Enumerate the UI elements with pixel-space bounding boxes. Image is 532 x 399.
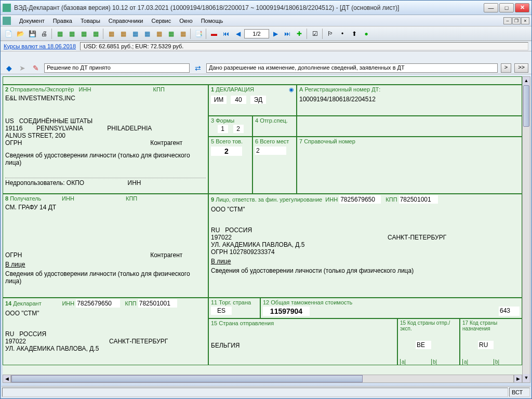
save-icon[interactable]: 💾 [26,28,38,39]
field-5-total-goods: 5 Всего тов. 2 [208,137,252,194]
f14-kpp[interactable]: 782501001 [138,299,177,308]
grid7-icon[interactable]: ▦ [177,28,189,39]
upload-icon[interactable]: ⬆ [349,28,360,39]
add-icon[interactable]: ✚ [294,28,305,39]
f12-val2[interactable]: 643 [499,307,520,316]
scroll-thumb[interactable] [523,85,529,127]
nav-pen-icon[interactable]: ✎ [31,63,41,73]
f2-name: E&L INVESTMENTS,INC [5,95,206,102]
nav-diamond-icon[interactable]: ◆ [4,63,14,73]
prev-icon[interactable]: ◀ [232,28,244,39]
field-9-finresp: 9 Лицо, ответств. за фин. урегулирование… [208,194,522,298]
menu-service[interactable]: Сервис [147,17,175,25]
f9-inn[interactable]: 7825679650 [339,195,381,204]
nav-arrow-icon[interactable]: ➤ [17,63,28,73]
navbar: ◆ ➤ ✎ Решение по ДТ принято ⇄ Дано разре… [1,62,531,74]
minimize-button[interactable]: — [484,3,498,12]
field-3-forms: 3 Формы 1 2 [208,116,252,137]
field-1-declaration: 1 ДЕКЛАРАЦИЯ ◉ ИМ 40 ЭД [208,85,297,116]
f1-v2[interactable]: 40 [231,96,246,104]
status-vst: ВСТ [509,388,530,397]
field-14-declarant: 14 Декларант ИНН 7825679650 КПП 78250100… [3,298,208,365]
field-a-regnum: А Регистрационный номер ДТ: 10009194/180… [297,85,522,116]
field-7-refnum: 7 Справочный номер [297,137,522,194]
f9-kpp[interactable]: 782501001 [399,195,438,204]
grid3-icon[interactable]: ▦ [129,28,141,39]
window-title: ВЭД-Декларант (базовая версия) 10.12 от … [14,4,484,11]
f2-title: 2 Отправитель/Экспортёр [5,86,74,92]
titlebar: ВЭД-Декларант (базовая версия) 10.12 от … [1,1,531,15]
last-icon[interactable]: ⏭ [282,28,293,39]
f15-val[interactable]: БЕЛЬГИЯ [211,342,395,349]
print-icon[interactable]: 🖨 [38,28,50,39]
mdi-close[interactable]: × [521,17,529,24]
globe-icon[interactable]: ● [361,28,372,39]
f12-val[interactable]: 11597904 [263,307,310,316]
horizontal-scrollbar[interactable]: ◀ ▶ [3,375,522,383]
flag-icon[interactable]: 🏳 [325,28,336,39]
menubar: Документ Правка Товары Справочники Серви… [1,15,531,26]
grid2-icon[interactable]: ▦ [117,28,129,39]
f11-val[interactable]: ES [211,307,232,315]
status-box-2[interactable]: Дано разрешение на изменение, дополнение… [206,63,498,73]
f6-val[interactable]: 2 [255,147,286,155]
menu-help[interactable]: Помощь [197,17,228,25]
field-15-dispatch-country: 15 Страна отправления БЕЛЬГИЯ [208,318,397,365]
field-4-spec: 4 Отгр.спец. [252,116,297,137]
dot-icon[interactable]: • [337,28,348,39]
delete-icon[interactable]: ▬ [208,28,220,39]
grid1-icon[interactable]: ▦ [105,28,117,39]
menu-goods[interactable]: Товары [76,17,104,25]
next-icon[interactable]: ▶ [270,28,281,39]
doc-icon [3,17,11,25]
rates-link[interactable]: Курсы валют на 18.06.2018 [4,43,76,49]
field-12-customs-value: 12 Общая таможенная стоимость 11597904 6… [260,298,522,318]
app-icon [3,4,11,12]
f17c-val[interactable]: RU [478,341,494,349]
f9-vlice-link[interactable]: В лице [211,258,520,265]
export-icon[interactable]: 📑 [193,28,204,39]
grid5-icon[interactable]: ▦ [153,28,165,39]
nav-swap-icon[interactable]: ⇄ [193,63,203,73]
f15c-val[interactable]: BE [416,341,431,349]
nav-last-button[interactable]: >> [514,63,528,73]
f8-vlice-link[interactable]: В лице [5,261,206,268]
f3-v1[interactable]: 1 [218,125,228,133]
new-icon[interactable]: 📄 [3,28,14,39]
grid6-icon[interactable]: ▦ [165,28,177,39]
field-a-blank [297,116,522,137]
page-input[interactable] [244,29,269,38]
f1-v3[interactable]: ЭД [250,96,266,104]
f14-inn[interactable]: 7825679650 [76,299,120,308]
f3-v2[interactable]: 2 [233,125,244,133]
sheet3-icon[interactable]: ▦ [78,28,89,39]
menu-document[interactable]: Документ [15,17,49,25]
declaration-form: 2 Отправитель/Экспортёр ИНН КПП E&L INVE… [3,76,522,383]
menu-window[interactable]: Окно [175,17,197,25]
sheet4-icon[interactable]: ▦ [90,28,101,39]
hscroll-thumb[interactable] [11,375,363,382]
mdi-restore[interactable]: ❐ [512,17,521,24]
sheet2-icon[interactable]: ▦ [66,28,77,39]
check-icon[interactable]: ☑ [309,28,321,39]
f8-name: СМ. ГРАФУ 14 ДТ [5,204,206,211]
f1-v1[interactable]: ИМ [211,96,227,104]
f5-val[interactable]: 2 [211,147,242,156]
open-icon[interactable]: 📂 [15,28,26,39]
first-icon[interactable]: ⏮ [220,28,232,39]
maximize-button[interactable]: □ [499,3,514,12]
nav-next-button[interactable]: > [501,63,511,73]
menu-edit[interactable]: Правка [49,17,76,25]
scroll-right-icon[interactable]: ▶ [514,375,522,383]
mdi-minimize[interactable]: – [503,17,512,24]
scroll-down-icon[interactable]: ▼ [523,374,530,382]
status-box-1[interactable]: Решение по ДТ принято [44,63,190,73]
grid4-icon[interactable]: ▦ [141,28,153,39]
menu-references[interactable]: Справочники [104,17,148,25]
vertical-scrollbar[interactable]: ▲ ▼ [522,76,530,383]
close-button[interactable]: ✕ [515,3,529,12]
scroll-left-icon[interactable]: ◀ [3,375,11,383]
scroll-up-icon[interactable]: ▲ [523,77,530,85]
sheet1-icon[interactable]: ▦ [54,28,65,39]
toolbar: 📄 📂 💾 🖨 ▦ ▦ ▦ ▦ ▦ ▦ ▦ ▦ ▦ ▦ ▦ 📑 ▬ ⏮ ◀ ▶ … [1,26,531,41]
